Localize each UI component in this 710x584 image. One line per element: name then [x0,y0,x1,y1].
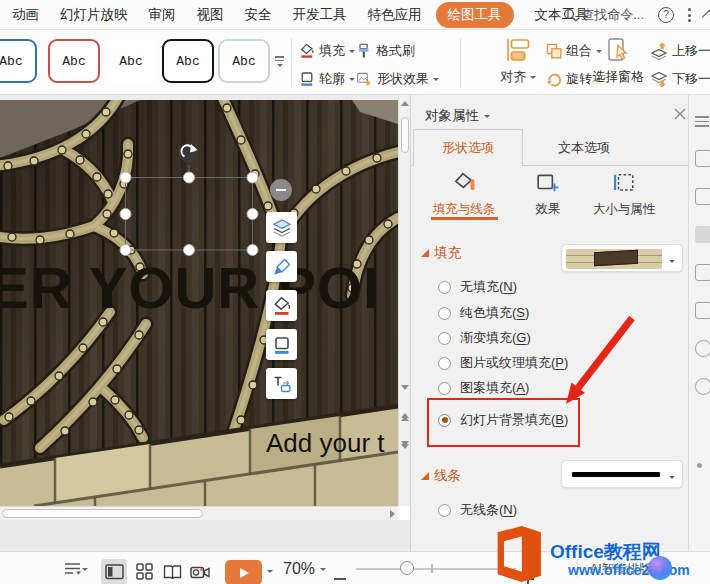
vertical-scroll-thumb[interactable] [401,117,409,153]
gallery-more-button[interactable] [272,54,287,72]
menu-drawing-tools-active[interactable]: 绘图工具 [436,2,514,28]
collapse-ribbon-icon[interactable] [702,10,710,24]
shape-style-preset-4[interactable]: Abc [162,39,214,83]
menu-security[interactable]: 安全 [245,3,272,27]
size-properties-icon [612,171,636,195]
menu-review[interactable]: 审阅 [149,3,176,27]
chevron-down-icon[interactable] [267,570,273,576]
bring-forward-button[interactable]: 上移一层 [650,41,710,61]
shape-effects-button[interactable]: 形状效果 [356,69,439,89]
view-reading-button[interactable] [159,555,185,584]
shape-effects-label: 形状效果 [377,70,429,88]
quick-layer-button[interactable] [266,212,297,243]
next-slide-icon[interactable] [401,441,409,449]
collapse-triangle-icon [421,249,429,257]
nav-fill-and-line[interactable]: 填充与线条 [429,171,499,218]
texture-preview-dropdown[interactable] [561,244,683,272]
align-button[interactable]: 对齐 [490,37,546,86]
slide-canvas[interactable]: ER YOUR POI Add your t [0,95,398,506]
radio-icon[interactable] [438,382,451,395]
tab-text-options[interactable]: 文本选项 [529,129,639,166]
vertical-scrollbar[interactable] [398,95,410,506]
view-sorter-button[interactable] [131,555,157,584]
zoom-slider-tick [431,564,433,573]
zoom-level[interactable]: 70% [283,552,326,584]
horizontal-scroll-thumb[interactable] [2,509,203,518]
zoom-slider-handle[interactable] [400,561,414,575]
selection-pane-button[interactable]: 选择窗格 [588,37,648,86]
panel-title-label: 对象属性 [425,107,479,125]
help-icon[interactable]: ? [658,7,674,23]
slide-image[interactable]: ER YOUR POI Add your t [0,100,398,506]
quick-text-convert-button[interactable] [266,368,297,399]
quick-outline-button[interactable] [266,329,297,360]
format-painter-button[interactable]: 格式刷 [356,41,415,61]
strip-icon-active[interactable] [695,226,710,243]
play-slideshow-button[interactable] [225,556,262,584]
panel-title[interactable]: 对象属性 [425,107,490,125]
radio-icon[interactable] [438,332,451,345]
fill-option-gradient[interactable]: 渐变填充(G) [438,329,531,347]
zoom-level-label: 70% [283,560,315,578]
ai-layout-button[interactable]: AI智能排版 [590,561,652,578]
bring-forward-label: 上移一层 [672,42,710,60]
zoom-in-button[interactable] [522,562,534,584]
menu-animation[interactable]: 动画 [12,3,39,27]
record-button[interactable] [187,555,213,584]
scroll-up-icon[interactable] [401,101,409,106]
outline-button[interactable]: 轮廓 [299,69,355,89]
shape-style-preset-3[interactable]: Abc [105,39,157,83]
line-style-dropdown[interactable] [561,460,683,488]
zoom-slider-track[interactable] [356,568,516,570]
shape-style-preset-2[interactable]: Abc [48,39,100,83]
slide-placeholder-text[interactable]: Add your t [266,428,385,458]
shape-style-preset-1[interactable]: Abc [0,39,37,83]
menu-slideshow[interactable]: 幻灯片放映 [60,3,128,27]
strip-icon[interactable] [695,378,710,395]
send-backward-button[interactable]: 下移一层 [650,69,710,89]
find-command-search[interactable]: 查找命令... [563,6,644,24]
zoom-out-button[interactable] [334,562,346,584]
scroll-right-icon[interactable] [390,510,395,518]
shape-style-preset-5[interactable]: Abc [218,39,270,83]
strip-icon[interactable] [695,150,710,167]
strip-menu-icon[interactable] [695,113,710,130]
strip-icon[interactable] [695,188,710,205]
fill-section-heading[interactable]: 填充 [421,244,461,262]
fill-option-picture-texture[interactable]: 图片或纹理填充(P) [438,354,568,372]
collapse-quick-toolbar-button[interactable] [270,179,292,201]
fill-button[interactable]: 填充 [299,41,355,61]
camera-icon [190,564,210,580]
radio-icon[interactable] [438,307,451,320]
strip-icon[interactable] [695,264,710,281]
radio-icon[interactable] [438,357,451,370]
menu-devtools[interactable]: 开发工具 [293,3,347,27]
menu-view[interactable]: 视图 [197,3,224,27]
slide-headline[interactable]: ER YOUR POI [0,255,380,320]
more-options-icon[interactable] [688,8,692,22]
menu-special-apps[interactable]: 特色应用 [368,3,422,27]
close-icon[interactable] [673,107,687,121]
quick-brush-button[interactable] [266,251,297,282]
chevron-down-icon [349,78,355,84]
quick-fill-button[interactable] [266,290,297,321]
view-normal-button[interactable] [101,555,127,584]
notes-button[interactable] [64,552,88,584]
minus-icon [334,573,346,584]
fill-option-solid[interactable]: 纯色填充(S) [438,304,529,322]
scroll-down-icon[interactable] [401,385,409,390]
line-option-none[interactable]: 无线条(N) [438,501,517,519]
radio-icon[interactable] [438,281,451,294]
strip-icon[interactable] [695,340,710,357]
strip-icon[interactable] [695,302,710,319]
previous-slide-icon[interactable] [401,413,409,421]
fill-option-none[interactable]: 无填充(N) [438,278,517,296]
line-section-heading[interactable]: 线条 [421,467,461,485]
radio-icon[interactable] [438,504,451,517]
fill-option-pattern[interactable]: 图案填充(A) [438,379,529,397]
tab-shape-options[interactable]: 形状选项 [413,129,523,166]
horizontal-scrollbar[interactable] [0,506,398,520]
nav-size-properties[interactable]: 大小与属性 [579,171,669,218]
nav-effects[interactable]: 效果 [513,171,583,218]
divider [460,38,461,88]
